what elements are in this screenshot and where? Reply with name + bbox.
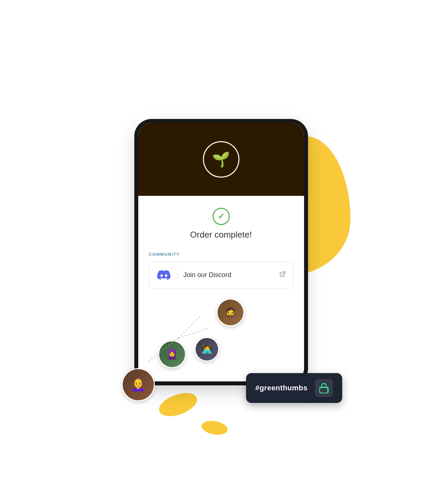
discord-icon-wrap [157,268,171,282]
avatar-user-4: 🧔 [217,299,244,326]
avatar-user-3: 🧑‍💻 [195,337,219,362]
discord-card[interactable]: Join our Discord [149,261,293,289]
svg-rect-4 [320,388,328,393]
lock-icon-wrap [315,379,333,397]
order-complete-section: ✓ Order complete! [149,208,293,240]
avatar-user-2: 🧕 [158,340,186,368]
svg-line-2 [178,315,201,338]
avatars-overlay: 👩‍🦲 🧕 🧑‍💻 🧔 [112,295,251,401]
external-link-icon [279,271,286,279]
avatar-user-1: 👩‍🦲 [122,368,155,401]
channel-name: #greenthumbs [255,384,308,392]
main-scene: 🌱 ✓ Order complete! COMMUNITY [72,37,370,468]
discord-card-divider [177,269,178,281]
community-section: COMMUNITY Join our Discord [149,252,293,289]
decorative-blob-small-2 [200,419,229,436]
discord-logo-icon [157,270,170,280]
unlock-icon [319,383,329,393]
svg-line-1 [178,328,208,338]
order-complete-title: Order complete! [190,230,252,240]
community-label: COMMUNITY [149,252,293,257]
discord-join-label: Join our Discord [183,271,279,279]
check-circle: ✓ [213,208,230,225]
leaf-icon: 🌱 [212,151,230,168]
phone-header: 🌱 [138,123,304,196]
logo-circle: 🌱 [203,141,239,178]
check-icon: ✓ [218,212,224,221]
channel-badge[interactable]: #greenthumbs [246,373,342,403]
